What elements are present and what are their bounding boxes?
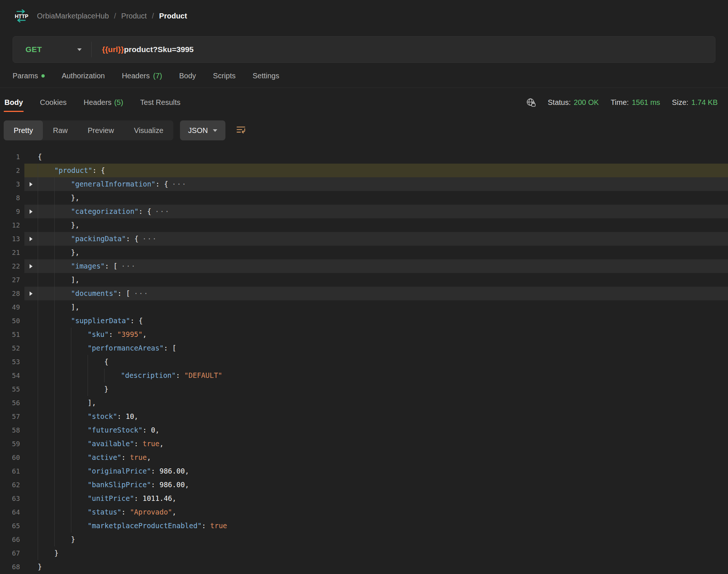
response-tab-body[interactable]: Body [4,92,24,113]
json-token: "DEFAULT" [184,371,222,379]
globe-lock-icon[interactable] [526,98,536,107]
collapsed-ellipsis[interactable]: ··· [172,180,187,188]
json-token: "supplierData" [71,317,130,325]
breadcrumb-separator: / [114,12,116,20]
indent-guide [38,519,54,533]
view-mode-raw[interactable]: Raw [43,120,78,140]
json-token: , [172,494,176,502]
fold-gutter [24,533,38,546]
code-text: "active": true, [38,451,151,464]
tab-body[interactable]: Body [179,72,196,80]
code-text: } [38,546,58,560]
view-mode-visualize[interactable]: Visualize [124,120,173,140]
code-line: 55} [0,382,728,396]
size-label: Size: [672,98,688,107]
collapsed-ellipsis[interactable]: ··· [134,289,149,297]
collapsed-ellipsis[interactable]: ··· [121,262,136,270]
method-selector[interactable]: GET [13,45,91,54]
code-line: 28"documents": [··· [0,287,728,300]
indent-guide [38,505,54,519]
indent-guide [71,341,88,355]
indent-guide [38,382,54,396]
wrap-text-icon[interactable] [234,123,248,138]
fold-toggle-icon[interactable] [24,177,38,191]
fold-gutter [24,300,38,314]
view-mode-pretty[interactable]: Pretty [4,120,43,140]
fold-gutter [24,464,38,478]
response-tab-test-results[interactable]: Test Results [139,92,181,113]
json-token: true [143,440,160,448]
fold-gutter [24,546,38,560]
code-text: "packingData": {··· [38,232,157,246]
code-text: "futureStock": 0, [38,423,160,437]
code-text: "marketplaceProductEnabled": true [38,519,227,533]
json-token: }, [71,194,79,202]
json-token: , [185,481,189,489]
json-token: "performanceAreas" [88,344,164,352]
response-size[interactable]: Size: 1.74 KB [672,98,718,107]
indent-guide [38,300,54,314]
code-line: 61"originalPrice": 986.00, [0,464,728,478]
response-tab-headers-label: Headers [84,98,112,106]
line-number: 21 [0,246,24,259]
response-status[interactable]: Status: 200 OK [548,98,599,107]
breadcrumb-folder[interactable]: Product [121,12,147,20]
response-time[interactable]: Time: 1561 ms [610,98,660,107]
fold-toggle-icon[interactable] [24,287,38,300]
indent-guide [38,423,54,437]
indent-guide [88,382,104,396]
indent-guide [71,382,88,396]
tab-params[interactable]: Params [13,72,45,80]
api-client-app: HTTP OrbiaMarketplaceHub / Product / Pro… [0,0,728,574]
code-line: 53{ [0,355,728,369]
fold-gutter [24,423,38,437]
line-number: 22 [0,259,24,273]
line-number: 2 [0,164,24,177]
json-token: , [185,467,189,475]
collapsed-ellipsis[interactable]: ··· [142,235,157,243]
language-selector[interactable]: JSON [180,120,225,140]
code-text: "description": "DEFAULT" [38,369,222,382]
tab-scripts[interactable]: Scripts [213,72,235,80]
line-number: 64 [0,505,24,519]
breadcrumb-workspace[interactable]: OrbiaMarketplaceHub [37,12,109,20]
json-token: "documents" [71,289,118,297]
tab-authorization[interactable]: Authorization [62,72,105,80]
code-line: 50"supplierData": { [0,314,728,328]
response-tab-body-label: Body [4,98,23,106]
collapsed-ellipsis[interactable]: ··· [155,207,170,215]
json-token: , [134,412,138,420]
json-token: }, [71,221,79,229]
indent-guide [54,396,71,410]
json-token: "stock" [88,412,117,420]
json-token: : [134,494,143,502]
response-tab-headers[interactable]: Headers(5) [83,92,124,113]
indent-guide [54,492,71,505]
fold-toggle-icon[interactable] [24,205,38,218]
indent-guide [38,478,54,492]
indent-guide [38,396,54,410]
response-tab-cookies[interactable]: Cookies [39,92,67,113]
response-tab-cookies-label: Cookies [40,98,67,106]
indent-guide [54,423,71,437]
indent-guide [71,505,88,519]
indent-guide [38,328,54,341]
fold-toggle-icon[interactable] [24,232,38,246]
fold-toggle-icon[interactable] [24,259,38,273]
view-mode-preview[interactable]: Preview [78,120,124,140]
indent-guide [38,287,54,300]
tab-headers[interactable]: Headers (7) [122,72,162,80]
line-number: 66 [0,533,24,546]
indent-guide [54,246,71,259]
line-number: 62 [0,478,24,492]
indent-guide [54,533,71,546]
line-number: 59 [0,437,24,451]
line-number: 65 [0,519,24,533]
tab-settings[interactable]: Settings [252,72,279,80]
params-indicator-dot [41,74,45,78]
indent-guide [71,437,88,451]
line-number: 3 [0,177,24,191]
response-tabs: Body Cookies Headers(5) Test Results [4,92,181,113]
line-number: 8 [0,191,24,205]
url-input[interactable]: {{url}}product?Sku=3995 [92,45,715,54]
